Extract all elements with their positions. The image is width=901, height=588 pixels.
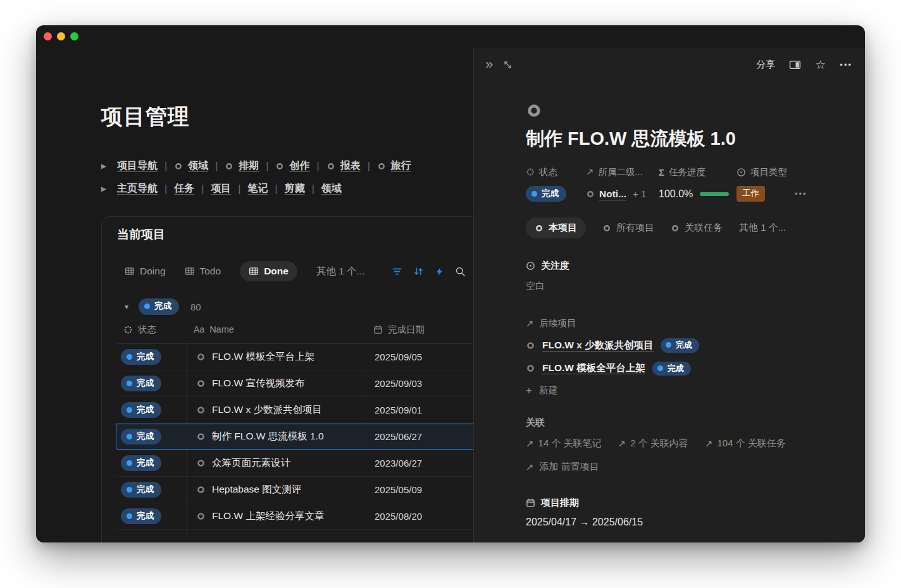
- row-name[interactable]: FLO.W x 少数派共创项目: [212, 403, 322, 417]
- view-tab-doing[interactable]: Doing: [125, 266, 166, 277]
- table-view-icon: [249, 266, 259, 276]
- table-view-icon: [185, 266, 195, 276]
- add-predecessor-label: 添加 前置项目: [540, 461, 599, 473]
- row-status[interactable]: 完成: [137, 352, 154, 362]
- related-link-label[interactable]: 14 个 关联笔记: [538, 438, 602, 450]
- nav-item-schedule[interactable]: 排期: [225, 159, 259, 173]
- filter-icon[interactable]: [392, 266, 402, 277]
- row-status[interactable]: 完成: [137, 378, 154, 388]
- page-ring-icon[interactable]: [526, 102, 542, 119]
- sort-icon[interactable]: [413, 266, 424, 277]
- related-link-label[interactable]: 2 个 关联内容: [630, 438, 688, 450]
- nav-link-domain[interactable]: 领域: [321, 182, 342, 195]
- property-parent[interactable]: ↗ 所属二级... Noti... + 1: [586, 166, 659, 202]
- group-toggle-icon[interactable]: ▼: [123, 303, 130, 310]
- close-peek-icon[interactable]: »: [485, 58, 493, 71]
- toggle-closed-icon[interactable]: ▶: [101, 185, 110, 192]
- related-tasks-link[interactable]: ↗ 104 个 关联任务: [705, 438, 786, 450]
- peek-tab-label[interactable]: 本项目: [549, 222, 577, 234]
- followup-item[interactable]: FLO.W 模板全平台上架 完成: [526, 362, 840, 376]
- app-window: 项目管理 ▶ 项目导航 | 领域 | 排期 | 创作: [36, 25, 865, 542]
- view-tab-label[interactable]: Doing: [140, 266, 166, 277]
- ring-icon: [196, 405, 206, 415]
- peek-tab-label[interactable]: 所有项目: [616, 222, 654, 234]
- peek-page-title[interactable]: 制作 FLO.W 思流模板 1.0: [526, 126, 840, 152]
- type-tag[interactable]: 工作: [736, 186, 765, 202]
- view-tab-done-active[interactable]: Done: [240, 261, 297, 281]
- nav-item-create[interactable]: 创作: [275, 159, 309, 173]
- nav-link-projects[interactable]: 项目: [211, 182, 231, 195]
- new-followup-button[interactable]: + 新建: [526, 384, 840, 396]
- nav-link-project-nav[interactable]: 项目导航: [117, 159, 158, 173]
- view-tab-label[interactable]: Done: [264, 266, 289, 277]
- related-link-label[interactable]: 104 个 关联任务: [717, 438, 785, 450]
- screenshot-stage: 项目管理 ▶ 项目导航 | 领域 | 排期 | 创作: [0, 0, 901, 588]
- nav-link-home-nav[interactable]: 主页导航: [117, 182, 158, 195]
- followup-page-link[interactable]: FLO.W 模板全平台上架: [542, 362, 645, 375]
- row-name[interactable]: Heptabase 图文测评: [212, 483, 301, 496]
- property-type[interactable]: 项目类型 工作: [736, 166, 787, 202]
- search-icon[interactable]: [455, 266, 466, 277]
- related-content-link[interactable]: ↗ 2 个 关联内容: [618, 438, 688, 450]
- parent-extra-count[interactable]: + 1: [633, 188, 646, 199]
- column-status[interactable]: 状态: [116, 324, 186, 336]
- view-tab-label[interactable]: Todo: [200, 266, 221, 277]
- followups-label: 后续项目: [540, 317, 576, 329]
- row-name[interactable]: 制作 FLO.W 思流模板 1.0: [212, 430, 324, 443]
- nav-link-label[interactable]: 领域: [188, 159, 208, 173]
- close-window-button[interactable]: [44, 32, 52, 40]
- more-properties-icon[interactable]: •••: [795, 189, 807, 199]
- row-status[interactable]: 完成: [137, 511, 154, 521]
- peek-tab-this-project[interactable]: 本项目: [526, 217, 586, 238]
- property-label: 所属二级...: [599, 166, 643, 178]
- attention-value[interactable]: 空白: [526, 280, 840, 292]
- nav-item-travel[interactable]: 旅行: [377, 159, 411, 173]
- nav-link-label[interactable]: 旅行: [391, 159, 411, 173]
- group-status-pill[interactable]: 完成: [139, 298, 179, 314]
- row-status[interactable]: 完成: [137, 431, 154, 441]
- row-status[interactable]: 完成: [137, 405, 154, 415]
- view-tab-more[interactable]: 其他 1 个...: [316, 265, 365, 278]
- expand-page-icon[interactable]: [503, 60, 513, 70]
- followup-item[interactable]: FLO.W x 少数派共创项目 完成: [526, 338, 840, 353]
- toggle-closed-icon[interactable]: ▶: [101, 162, 110, 169]
- nav-link-tasks[interactable]: 任务: [174, 182, 194, 195]
- add-predecessor-button[interactable]: ↗ 添加 前置项目: [526, 461, 599, 473]
- share-button[interactable]: 分享: [756, 59, 775, 71]
- peek-tab-all-projects[interactable]: 所有项目: [602, 222, 654, 234]
- peek-tab-related-tasks[interactable]: 关联任务: [671, 222, 723, 234]
- column-name[interactable]: Aa Name: [186, 324, 366, 334]
- row-name[interactable]: FLO.W 模板全平台上架: [212, 350, 314, 364]
- minimize-window-button[interactable]: [57, 32, 65, 40]
- nav-item-domain[interactable]: 领域: [174, 159, 208, 173]
- row-status[interactable]: 完成: [137, 484, 154, 494]
- parent-page-link[interactable]: Noti...: [599, 188, 626, 200]
- row-status[interactable]: 完成: [137, 458, 154, 468]
- side-peek-toggle-icon[interactable]: [789, 59, 801, 70]
- nav-link-label[interactable]: 报表: [340, 159, 361, 173]
- schedule-value[interactable]: 2025/04/17 → 2025/06/15: [526, 517, 840, 528]
- nav-item-report[interactable]: 报表: [326, 159, 361, 173]
- nav-link-clips[interactable]: 剪藏: [285, 182, 305, 195]
- automation-bolt-icon[interactable]: [435, 267, 444, 276]
- property-status[interactable]: 状态 完成: [526, 166, 586, 202]
- row-name[interactable]: FLO.W 宣传视频发布: [212, 377, 304, 390]
- peek-tab-more[interactable]: 其他 1 个...: [739, 222, 786, 234]
- related-notes-link[interactable]: ↗ 14 个 关联笔记: [526, 438, 602, 450]
- column-label: 完成日期: [388, 324, 425, 336]
- nav-link-notes[interactable]: 笔记: [247, 182, 268, 195]
- nav-link-label[interactable]: 排期: [239, 159, 259, 173]
- row-name[interactable]: FLO.W 上架经验分享文章: [212, 510, 324, 523]
- row-name[interactable]: 众筹页面元素设计: [212, 456, 290, 470]
- zoom-window-button[interactable]: [70, 32, 78, 40]
- relation-arrow-icon: ↗: [526, 438, 534, 450]
- peek-tab-label[interactable]: 关联任务: [685, 222, 723, 234]
- favorite-star-icon[interactable]: ☆: [815, 59, 826, 71]
- followup-page-link[interactable]: FLO.W x 少数派共创项目: [542, 339, 654, 352]
- progress-percent: 100.0%: [659, 188, 693, 200]
- view-tab-todo[interactable]: Todo: [185, 266, 221, 277]
- property-progress[interactable]: Σ 任务进度 100.0%: [659, 166, 736, 202]
- status-pill-label[interactable]: 完成: [542, 188, 559, 199]
- more-options-icon[interactable]: •••: [840, 60, 852, 70]
- nav-link-label[interactable]: 创作: [289, 159, 309, 173]
